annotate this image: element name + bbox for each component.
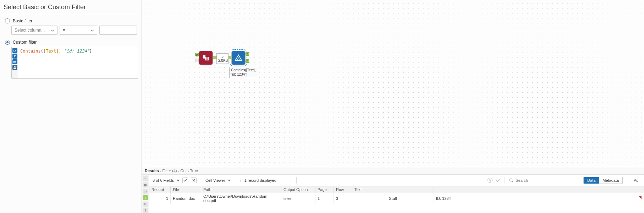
cell-page: 1 xyxy=(315,193,334,204)
svg-text:A: A xyxy=(237,57,240,60)
cell-viewer-dropdown[interactable]: Cell Viewer xyxy=(205,178,231,182)
cell-id: ID: 1234 xyxy=(434,193,644,204)
toggle-fields-button[interactable] xyxy=(182,178,188,183)
side-icon-1[interactable]: ≡ xyxy=(143,176,148,181)
results-label: Results xyxy=(145,169,159,173)
record-size-value: 2.0KB xyxy=(218,59,227,63)
results-toolbar: 6 of 6 Fields Cell Viewer ↑ xyxy=(149,175,644,186)
seg-data[interactable]: Data xyxy=(584,177,599,184)
expression-editor[interactable]: fx X ▭ 💾 Contains([Text], "id: 1234") xyxy=(11,47,138,79)
expression-gutter: fx X ▭ 💾 xyxy=(12,47,18,78)
records-text: 1 record displayed xyxy=(244,178,276,182)
col-path[interactable]: Path xyxy=(201,186,281,193)
anno-line1: Contains([Text], xyxy=(231,68,257,72)
record-count-value: 5 xyxy=(218,54,227,59)
search-icon xyxy=(509,178,513,182)
basic-column-placeholder: Select column... xyxy=(15,28,45,33)
cell-text: Stuff xyxy=(352,193,434,204)
col-file[interactable]: File xyxy=(171,186,201,193)
svg-point-7 xyxy=(510,179,512,181)
basic-filter-radio-row[interactable]: Basic filter xyxy=(4,18,138,23)
workflow-canvas[interactable]: D T 5 2.0KB A T F xyxy=(142,0,644,167)
cell-file: Random doc xyxy=(171,193,201,204)
col-extra[interactable] xyxy=(434,186,644,193)
chevron-down-icon xyxy=(177,180,180,181)
chevron-down-icon xyxy=(51,28,54,32)
fields-dropdown[interactable]: 6 of 6 Fields xyxy=(153,178,180,182)
fx-icon[interactable]: fx xyxy=(12,48,17,53)
results-side-icons: ≡ ▦ ▭ T F ? xyxy=(142,175,149,213)
svg-rect-4 xyxy=(206,60,208,60)
no-errors-icon xyxy=(488,178,492,183)
clear-fields-button[interactable] xyxy=(191,178,197,183)
col-output[interactable]: Output Option xyxy=(281,186,315,193)
basic-operator-value: = xyxy=(63,28,65,33)
input-data-tool[interactable] xyxy=(199,51,213,65)
expression-text[interactable]: Contains([Text], "id: 1234") xyxy=(18,47,94,78)
next-record-button[interactable]: ↓ xyxy=(290,178,292,182)
expr-column: [Text] xyxy=(43,49,59,54)
col-text[interactable]: Text xyxy=(352,186,434,193)
results-search[interactable]: Search xyxy=(509,178,528,182)
sort-icon[interactable]: ↑ xyxy=(240,178,242,182)
cell-id-text: ID: 1234 xyxy=(436,196,451,201)
expr-string: "id: 1234" xyxy=(64,49,89,54)
side-icon-2[interactable]: ▦ xyxy=(143,182,148,187)
cell-output: lines xyxy=(281,193,315,204)
side-icon-3[interactable]: ▭ xyxy=(143,189,148,194)
data-metadata-toggle: Data Metadata xyxy=(583,177,623,184)
side-icon-false[interactable]: F xyxy=(143,202,148,207)
svg-rect-3 xyxy=(206,59,208,59)
filter-config-panel: Select Basic or Custom Filter Basic filt… xyxy=(0,0,142,213)
chevron-down-icon xyxy=(90,28,94,32)
anno-line2: "id: 1234") xyxy=(231,72,257,77)
col-page[interactable]: Page xyxy=(315,186,334,193)
cell-path: C:\Users\Owner\Downloads\Random doc.pdf xyxy=(201,193,281,204)
custom-filter-radio-row[interactable]: Custom filter xyxy=(4,40,138,45)
custom-filter-label: Custom filter xyxy=(13,40,37,45)
valid-icon xyxy=(495,178,500,183)
col-row[interactable]: Row xyxy=(334,186,352,193)
table-row[interactable]: 1 Random doc C:\Users\Owner\Downloads\Ra… xyxy=(149,193,644,204)
basic-value-input[interactable] xyxy=(99,26,137,35)
filter-input-anchor[interactable] xyxy=(228,56,231,59)
filter-tool[interactable]: A xyxy=(231,51,246,65)
cell-row: 3 xyxy=(334,193,352,204)
search-placeholder: Search xyxy=(516,178,528,182)
results-trail: - Filter (4) - Out - True xyxy=(159,169,198,173)
expr-function: Contains xyxy=(20,49,41,54)
cell-viewer-text: Cell Viewer xyxy=(205,178,225,182)
side-icon-true[interactable]: T xyxy=(143,195,148,200)
results-header: Results - Filter (4) - Out - True xyxy=(142,167,644,174)
chevron-down-icon xyxy=(228,180,231,181)
cell-record: 1 xyxy=(149,193,171,204)
input-anchor-t[interactable]: T xyxy=(195,59,199,62)
filter-annotation: Contains([Text], "id: 1234") xyxy=(229,67,258,78)
fields-text: 6 of 6 Fields xyxy=(153,178,174,182)
side-icon-help[interactable]: ? xyxy=(143,208,148,213)
browse-icon[interactable]: ▭ xyxy=(12,59,17,64)
actions-menu[interactable]: Ac xyxy=(632,177,640,184)
prev-record-button[interactable]: ↑ xyxy=(285,178,287,182)
col-record[interactable]: Record xyxy=(149,186,171,193)
basic-column-select[interactable]: Select column... xyxy=(11,26,57,35)
filter-true-anchor[interactable]: T xyxy=(246,52,249,56)
basic-filter-radio[interactable] xyxy=(5,18,10,23)
custom-filter-radio[interactable] xyxy=(5,40,10,45)
filter-false-anchor[interactable]: F xyxy=(246,59,249,63)
basic-operator-select[interactable]: = xyxy=(60,26,97,35)
record-count-badge: 5 2.0KB xyxy=(216,53,229,64)
save-icon[interactable]: 💾 xyxy=(12,65,17,70)
results-table: Record File Path Output Option Page Row … xyxy=(149,186,644,204)
truncated-flag-icon xyxy=(639,196,642,199)
table-header-row: Record File Path Output Option Page Row … xyxy=(149,186,644,193)
variable-icon[interactable]: X xyxy=(12,54,17,59)
svg-line-8 xyxy=(512,181,513,182)
svg-rect-2 xyxy=(206,58,208,58)
panel-title: Select Basic or Custom Filter xyxy=(4,2,138,14)
seg-metadata[interactable]: Metadata xyxy=(599,177,622,184)
svg-rect-0 xyxy=(203,55,205,59)
basic-filter-label: Basic filter xyxy=(13,18,32,23)
input-anchor-d[interactable]: D xyxy=(195,53,199,56)
